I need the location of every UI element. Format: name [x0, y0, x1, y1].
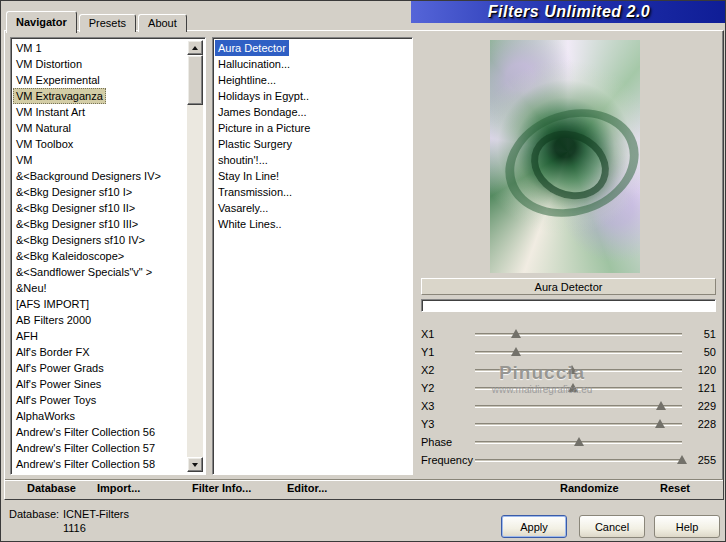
- category-item[interactable]: Andrew's Filter Collection 57: [13, 440, 186, 456]
- randomize-button[interactable]: Randomize: [560, 482, 619, 494]
- status-database-label: Database:: [9, 508, 63, 520]
- slider-groove: [475, 369, 682, 372]
- category-item[interactable]: Alf's Power Toys: [13, 392, 186, 408]
- filter-item-label: Stay In Line!: [215, 168, 282, 184]
- slider-thumb[interactable]: [574, 437, 584, 446]
- category-item[interactable]: Alf's Power Grads: [13, 360, 186, 376]
- reset-button[interactable]: Reset: [660, 482, 690, 494]
- filter-item[interactable]: James Bondage...: [215, 104, 411, 120]
- slider-track[interactable]: [475, 399, 682, 413]
- slider-label: X1: [421, 328, 475, 340]
- category-item[interactable]: &<Bkg Designer sf10 I>: [13, 184, 186, 200]
- filter-item[interactable]: White Lines..: [215, 216, 411, 232]
- category-item-label: VM Toolbox: [13, 136, 76, 152]
- scroll-up-button[interactable]: [187, 40, 203, 55]
- filter-item[interactable]: shoutin'!...: [215, 152, 411, 168]
- slider-label: Y3: [421, 418, 475, 430]
- filter-item-label: Aura Detector: [215, 40, 289, 56]
- category-item[interactable]: &<Bkg Designer sf10 III>: [13, 216, 186, 232]
- category-item[interactable]: &<Sandflower Specials"v" >: [13, 264, 186, 280]
- category-list[interactable]: VM 1VM DistortionVM ExperimentalVM Extra…: [10, 37, 206, 475]
- tab-navigator[interactable]: Navigator: [6, 11, 77, 33]
- filter-item-label: Holidays in Egypt..: [215, 88, 312, 104]
- category-item[interactable]: Andrew's Filter Collection 58: [13, 456, 186, 472]
- toolbar: Database Import... Filter Info... Editor…: [5, 479, 723, 499]
- category-item[interactable]: VM: [13, 152, 186, 168]
- slider-track[interactable]: [475, 381, 682, 395]
- filter-info-button[interactable]: Filter Info...: [192, 482, 251, 494]
- slider-label: X2: [421, 364, 475, 376]
- tab-presets[interactable]: Presets: [79, 14, 136, 32]
- slider-track[interactable]: [475, 417, 682, 431]
- slider-thumb[interactable]: [655, 419, 665, 428]
- category-item[interactable]: &<Bkg Kaleidoscope>: [13, 248, 186, 264]
- slider-groove: [475, 459, 682, 462]
- filter-item-label: Hallucination...: [215, 56, 293, 72]
- filter-item-label: Picture in a Picture: [215, 120, 313, 136]
- slider-value: 228: [690, 418, 716, 430]
- filter-item[interactable]: Stay In Line!: [215, 168, 411, 184]
- filter-list[interactable]: Aura DetectorHallucination...Heightline.…: [212, 37, 413, 475]
- category-item[interactable]: VM Experimental: [13, 72, 186, 88]
- category-item[interactable]: Alf's Border FX: [13, 344, 186, 360]
- category-item-label: Alf's Border FX: [13, 344, 93, 360]
- slider-row: Y150: [421, 343, 716, 361]
- category-item[interactable]: Alf's Power Sines: [13, 376, 186, 392]
- category-item[interactable]: VM 1: [13, 40, 186, 56]
- slider-thumb[interactable]: [568, 383, 578, 392]
- category-item-label: Andrew's Filter Collection 58: [13, 456, 158, 472]
- database-button[interactable]: Database: [27, 482, 76, 494]
- help-button[interactable]: Help: [654, 515, 720, 538]
- slider-track[interactable]: [475, 435, 682, 449]
- slider-thumb[interactable]: [567, 365, 577, 374]
- filter-item[interactable]: Vasarely...: [215, 200, 411, 216]
- filter-item[interactable]: Aura Detector: [215, 40, 411, 56]
- slider-thumb[interactable]: [656, 401, 666, 410]
- category-item[interactable]: AB Filters 2000: [13, 312, 186, 328]
- category-item-label: VM: [13, 152, 36, 168]
- filter-item[interactable]: Transmission...: [215, 184, 411, 200]
- slider-row: Phase: [421, 433, 716, 451]
- category-item[interactable]: AFH: [13, 328, 186, 344]
- filter-item-label: White Lines..: [215, 216, 285, 232]
- category-item-label: VM Natural: [13, 120, 74, 136]
- slider-groove: [475, 423, 682, 426]
- category-scrollbar[interactable]: [187, 40, 203, 472]
- slider-track[interactable]: [475, 363, 682, 377]
- category-item[interactable]: &<Bkg Designers sf10 IV>: [13, 232, 186, 248]
- category-item[interactable]: Andrew's Filter Collection 56: [13, 424, 186, 440]
- category-item-label: &<Bkg Designer sf10 II>: [13, 200, 138, 216]
- category-item[interactable]: &<Background Designers IV>: [13, 168, 186, 184]
- slider-track[interactable]: [475, 327, 682, 341]
- app-title: Filters Unlimited 2.0: [488, 3, 651, 21]
- editor-button[interactable]: Editor...: [287, 482, 327, 494]
- slider-thumb[interactable]: [511, 347, 521, 356]
- apply-button[interactable]: Apply: [501, 515, 567, 538]
- filter-item[interactable]: Plastic Surgery: [215, 136, 411, 152]
- filter-item[interactable]: Holidays in Egypt..: [215, 88, 411, 104]
- category-item[interactable]: VM Natural: [13, 120, 186, 136]
- slider-thumb[interactable]: [511, 329, 521, 338]
- category-item[interactable]: VM Extravaganza: [13, 88, 186, 104]
- category-item[interactable]: [AFS IMPORT]: [13, 296, 186, 312]
- cancel-button[interactable]: Cancel: [579, 515, 645, 538]
- category-item[interactable]: &Neu!: [13, 280, 186, 296]
- scroll-down-button[interactable]: [187, 457, 203, 472]
- category-item-label: VM 1: [13, 40, 45, 56]
- scroll-thumb[interactable]: [187, 55, 203, 105]
- category-item[interactable]: AlphaWorks: [13, 408, 186, 424]
- category-item[interactable]: VM Toolbox: [13, 136, 186, 152]
- filter-item[interactable]: Heightline...: [215, 72, 411, 88]
- filter-item[interactable]: Picture in a Picture: [215, 120, 411, 136]
- category-item[interactable]: &<Bkg Designer sf10 II>: [13, 200, 186, 216]
- tab-about[interactable]: About: [138, 14, 187, 32]
- slider-track[interactable]: [475, 345, 682, 359]
- filter-item-label: Heightline...: [215, 72, 279, 88]
- slider-track[interactable]: [475, 453, 682, 467]
- slider-thumb[interactable]: [677, 455, 687, 464]
- import-button[interactable]: Import...: [97, 482, 140, 494]
- category-item[interactable]: VM Instant Art: [13, 104, 186, 120]
- category-item[interactable]: VM Distortion: [13, 56, 186, 72]
- filter-item[interactable]: Hallucination...: [215, 56, 411, 72]
- category-item-label: &<Bkg Kaleidoscope>: [13, 248, 127, 264]
